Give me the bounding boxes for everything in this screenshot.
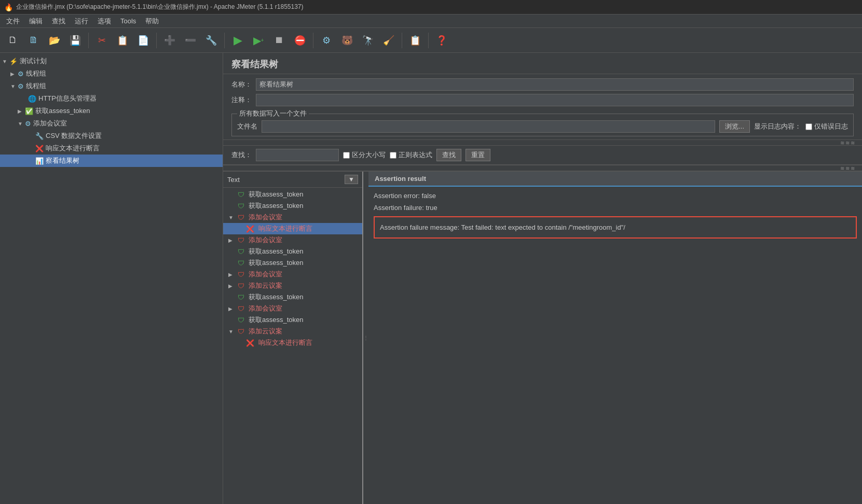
title-bar: 🔥 企业微信操作.jmx (D:\sofe\apache-jmeter-5.1.… [0, 0, 862, 15]
name-input[interactable] [256, 78, 854, 91]
stop-button[interactable]: ⏹ [269, 31, 289, 50]
view-tree-icon: 📊 [35, 157, 44, 165]
list-item-11[interactable]: ▶ 🛡 添加会议室 [223, 303, 362, 314]
open-button[interactable]: 📂 [45, 31, 64, 50]
list-item-2[interactable]: 🛡 获取assess_token [223, 200, 362, 212]
tree-item-plan[interactable]: ▼ ⚡ 测试计划 [0, 55, 223, 67]
regex-text: 正则表达式 [399, 150, 432, 160]
menu-edit[interactable]: 编辑 [25, 16, 47, 27]
list-item-7[interactable]: 🛡 获取assess_token [223, 257, 362, 269]
gear-button[interactable]: ⚙ [317, 31, 336, 50]
comment-row: 注释： [231, 94, 854, 106]
label9: 添加云议案 [249, 281, 282, 290]
menu-tools[interactable]: Tools [116, 16, 140, 26]
csv-label: CSV 数据文件设置 [46, 131, 102, 141]
file-section: 所有数据写入一个文件 文件名 浏览... 显示日志内容： 仅错误日志 [231, 114, 854, 136]
tree-item-http[interactable]: 🌐 HTTP信息头管理器 [0, 92, 223, 105]
icon5: 🛡 [238, 236, 244, 244]
http-label: HTTP信息头管理器 [38, 94, 97, 103]
list-item-10[interactable]: 🛡 获取assess_token [223, 291, 362, 303]
list-item-3[interactable]: ▼ 🛡 添加会议室 [223, 212, 362, 223]
tree-item-csv[interactable]: 🔧 CSV 数据文件设置 [0, 130, 223, 142]
drag-divider-top[interactable]: ≋≋≋ [223, 139, 862, 146]
list-item-8[interactable]: ▶ 🛡 添加会议室 [223, 269, 362, 280]
text-pane-header: Text ▼ [223, 172, 362, 188]
list-item-13[interactable]: ▼ 🛡 添加云议案 [223, 326, 362, 337]
http-icon: 🌐 [28, 95, 36, 103]
list-item-4[interactable]: ❌ 响应文本进行断言 [223, 223, 362, 234]
assertion-line-1: Assertion error: false [374, 190, 857, 202]
tree-item-add-meeting[interactable]: ▼ ⚙ 添加会议室 [0, 117, 223, 130]
list-item-6[interactable]: 🛡 获取assess_token [223, 246, 362, 257]
csv-icon: 🔧 [35, 132, 44, 140]
panel-header: 察看结果树 [223, 53, 862, 74]
list-item-14[interactable]: ❌ 响应文本进行断言 [223, 337, 362, 348]
comment-input[interactable] [256, 94, 854, 106]
label1: 获取assess_token [249, 190, 304, 199]
tree-item-token[interactable]: ▶ ✅ 获取assess_token [0, 105, 223, 117]
arrow-plan: ▼ [2, 59, 9, 64]
tree-item-thread1[interactable]: ▶ ⚙ 线程组 [0, 67, 223, 80]
menu-help[interactable]: 帮助 [141, 16, 163, 27]
paste-button[interactable]: 📄 [133, 31, 153, 50]
expand-button[interactable]: ➕ [160, 31, 180, 50]
menu-find[interactable]: 查找 [48, 16, 70, 27]
menu-options[interactable]: 选项 [93, 16, 115, 27]
error-only-text: 仅错误日志 [814, 122, 848, 131]
icon8: 🛡 [238, 271, 244, 278]
browse-button[interactable]: 浏览... [719, 120, 750, 133]
help-button[interactable]: ❓ [432, 31, 451, 50]
wand-button[interactable]: 🔧 [201, 31, 221, 50]
list-item-5[interactable]: ▶ 🛡 添加会议室 [223, 234, 362, 246]
broom-button[interactable]: 🧹 [379, 31, 399, 50]
list-item-1[interactable]: 🛡 获取assess_token [223, 189, 362, 200]
text-pane-dropdown[interactable]: ▼ [345, 175, 358, 184]
name-label: 名称： [231, 80, 252, 89]
binoculars-button[interactable]: 🔭 [358, 31, 378, 50]
content-area: Text ▼ 🛡 获取assess_token 🛡 获取assess_tok [223, 171, 862, 504]
vert-drag-handle[interactable]: ⋮ [363, 172, 368, 504]
play-panel-button[interactable]: ▶+ [249, 31, 268, 50]
play-button[interactable]: ▶ [228, 31, 248, 50]
arr9: ▶ [228, 283, 236, 289]
file-section-legend: 所有数据写入一个文件 [237, 109, 309, 118]
tree-item-assert[interactable]: ❌ 响应文本进行断言 [0, 142, 223, 155]
assertion-error-box: Assertion failure message: Test failed: … [374, 216, 857, 239]
tree-item-view-tree[interactable]: 📊 察看结果树 [0, 155, 223, 167]
collapse-button[interactable]: ➖ [181, 31, 200, 50]
list-item-12[interactable]: 🛡 获取assess_token [223, 314, 362, 326]
menu-run[interactable]: 运行 [71, 16, 92, 27]
file-name-input[interactable] [262, 120, 715, 133]
case-sensitive-label: 区分大小写 [343, 150, 386, 160]
template-button[interactable]: 🗎 [24, 31, 44, 50]
menu-bar: 文件 编辑 查找 运行 选项 Tools 帮助 [0, 15, 862, 28]
new-button[interactable]: 🗋 [3, 31, 23, 50]
toolbar-sep-6 [428, 33, 429, 48]
tree-item-thread2[interactable]: ▼ ⚙ 线程组 [0, 80, 223, 92]
find-button[interactable]: 查找 [436, 149, 461, 161]
icon12: 🛡 [238, 316, 244, 324]
save-button[interactable]: 💾 [65, 31, 85, 50]
bear-button[interactable]: 🐻 [337, 31, 357, 50]
list-item-9[interactable]: ▶ 🛡 添加云议案 [223, 280, 362, 291]
tree-list-scroll: 🛡 获取assess_token 🛡 获取assess_token ▼ 🛡 添加… [223, 188, 362, 504]
error-only-label: 仅错误日志 [805, 122, 848, 131]
panel-title: 察看结果树 [231, 59, 278, 69]
regex-checkbox[interactable] [390, 152, 396, 159]
error-only-checkbox[interactable] [805, 123, 812, 130]
cut-button[interactable]: ✂ [92, 31, 112, 50]
arrow-token: ▶ [18, 108, 25, 114]
menu-file[interactable]: 文件 [2, 16, 24, 27]
list-button[interactable]: 📋 [405, 31, 425, 50]
search-input[interactable] [256, 149, 339, 161]
label8: 添加会议室 [249, 270, 282, 279]
stop2-button[interactable]: ⛔ [290, 31, 310, 50]
drag-dots-top: ≋≋≋ [840, 140, 856, 146]
plan-icon: ⚡ [9, 58, 18, 65]
reset-button[interactable]: 重置 [466, 149, 490, 161]
drag-divider-bottom[interactable]: ≋≋≋ [223, 165, 862, 171]
copy-button[interactable]: 📋 [113, 31, 132, 50]
arrow-thread1: ▶ [10, 71, 18, 77]
case-sensitive-checkbox[interactable] [343, 152, 350, 159]
label10: 获取assess_token [249, 292, 304, 302]
